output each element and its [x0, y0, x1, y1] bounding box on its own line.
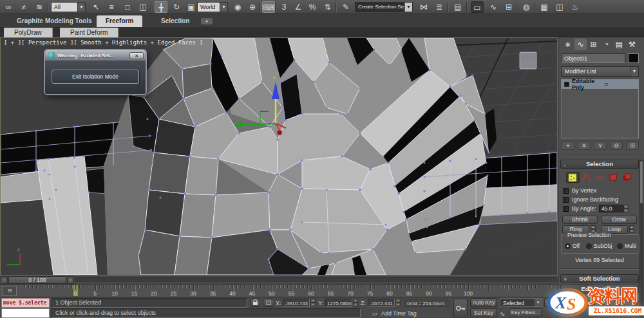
tab-create-icon[interactable]: ∗ [562, 39, 574, 50]
by-angle-checkbox[interactable] [563, 206, 569, 212]
maxscript-mini-listener[interactable]: move $.selecte [1, 298, 50, 308]
perspective-viewport[interactable]: zz [ + ][ Perspective ][ Smooth + Highli… [0, 37, 558, 276]
set-keys-button[interactable] [453, 299, 468, 317]
object-color-swatch[interactable] [628, 53, 639, 63]
by-angle-row[interactable]: By Angle: ▴▾ [563, 205, 629, 212]
make-unique-icon[interactable]: ⋎ [594, 141, 607, 150]
pin-stack-icon[interactable]: ⌖ [562, 141, 574, 150]
reference-coordinate-system-dropdown[interactable]: World▼ [197, 2, 228, 12]
preview-off-radio[interactable]: Off [565, 243, 580, 249]
chevron-down-icon[interactable]: ▼ [630, 67, 638, 76]
time-slider-thumb[interactable]: 0 / 100 [8, 276, 66, 284]
select-and-rotate-icon[interactable]: ↻ [170, 1, 183, 13]
dialog-titlebar[interactable]: Warning: Isolated Sel... × [45, 50, 146, 61]
key-filters-button[interactable]: Key Filters... [509, 308, 542, 317]
unlink-selection-icon[interactable]: ≠ [17, 1, 30, 13]
viewport-label[interactable]: [ + ][ Perspective ][ Smooth + Highlight… [4, 39, 203, 46]
tab-utilities-icon[interactable]: ⚒ [626, 39, 638, 50]
absolute-offset-toggle-icon[interactable]: ⊡ [263, 299, 274, 307]
ignore-backfacing-checkbox[interactable] [563, 197, 569, 203]
shrink-button[interactable]: Shrink [562, 216, 598, 224]
tab-display-icon[interactable]: ▤ [613, 39, 625, 50]
edit-named-selection-sets-icon[interactable]: ✎ [339, 1, 352, 13]
use-pivot-point-icon[interactable]: ◉ [231, 1, 244, 13]
by-vertex-checkbox[interactable] [563, 188, 569, 194]
select-object-icon[interactable]: ↖ [90, 1, 102, 13]
maxscript-mini-listener-line2[interactable] [1, 308, 50, 318]
spinner-snap-icon[interactable]: ⇅ [321, 1, 334, 13]
mirror-icon[interactable]: ⋈ [417, 1, 430, 13]
loop-spinner[interactable]: ▴▾ [629, 225, 634, 234]
percent-snap-icon[interactable]: % [306, 1, 319, 13]
tab-modify-icon[interactable]: ∿ [574, 39, 587, 50]
next-frame-button[interactable]: › [67, 276, 74, 284]
ribbon-subtab-paint-deform[interactable]: Paint Deform [60, 28, 118, 37]
rollout-selection[interactable]: - Selection [560, 160, 639, 169]
snaps-toggle-icon[interactable]: 3 [278, 1, 290, 13]
render-setup-icon[interactable]: ▦ [538, 1, 551, 13]
z-spinner[interactable]: ▴▾ [395, 299, 401, 307]
render-production-icon[interactable]: ♨ [569, 1, 582, 13]
rollout-soft-selection[interactable]: +Soft Selection [560, 274, 639, 283]
select-by-name-icon[interactable]: ≡ [105, 1, 118, 13]
grow-button[interactable]: Grow [601, 216, 637, 224]
subobject-element-icon[interactable] [620, 172, 634, 183]
rectangular-selection-region-icon[interactable]: □ [121, 1, 134, 13]
angle-value-field[interactable] [599, 205, 623, 212]
window-crossing-icon[interactable]: ◫ [137, 1, 149, 13]
named-selection-sets-dropdown[interactable]: Create Selection Se▼ [355, 2, 413, 12]
by-vertex-row[interactable]: By Vertex [563, 187, 597, 194]
ribbon-toggle-icon[interactable]: ▭ [471, 1, 484, 13]
previous-frame-button[interactable]: ‹ [1, 276, 8, 284]
mini-curve-editor-icon[interactable]: ⊟ [3, 286, 17, 295]
remove-modifier-icon[interactable]: ⊘ [610, 141, 623, 150]
modifier-stack[interactable]: Editable Poly ⁙ [561, 79, 639, 138]
subobject-border-icon[interactable] [593, 172, 607, 183]
align-icon[interactable]: ≣ [433, 1, 446, 13]
exit-isolation-mode-button[interactable]: Exit Isolation Mode [52, 70, 139, 84]
material-editor-icon[interactable]: ◍ [520, 1, 533, 13]
subobject-edge-icon[interactable] [580, 172, 593, 183]
y-coordinate-field[interactable]: 1275.086m [325, 299, 352, 307]
key-filter-selection-dropdown[interactable]: Selected ▼ [500, 298, 542, 307]
select-and-scale-icon[interactable]: ▣ [185, 1, 198, 13]
x-coordinate-field[interactable]: -3910.743 [283, 299, 310, 307]
ribbon-tab-freeform[interactable]: Freeform [97, 15, 142, 27]
select-and-move-icon[interactable]: ╋ [155, 1, 167, 13]
stack-expand-icon[interactable]: ⁙ [604, 81, 639, 88]
default-tangent-icon[interactable]: ∿ [500, 310, 505, 317]
chevron-down-icon[interactable]: ▼ [77, 3, 85, 12]
object-name-field[interactable] [561, 53, 625, 63]
z-coordinate-field[interactable]: -1672.441 [368, 299, 395, 307]
ignore-backfacing-row[interactable]: Ignore Backfacing [563, 196, 618, 203]
preview-subobj-radio[interactable]: SubObj [586, 243, 612, 249]
ribbon-tab-selection[interactable]: Selection [152, 15, 198, 27]
select-and-link-icon[interactable]: ∞ [2, 1, 15, 13]
auto-key-button[interactable]: Auto Key [470, 298, 497, 307]
selection-filter-dropdown[interactable]: All▼ [51, 2, 86, 12]
show-end-result-icon[interactable]: ≡ [578, 141, 591, 150]
modifier-list-dropdown[interactable]: Modifier List ▼ [561, 66, 639, 77]
preview-multi-radio[interactable]: Multi [617, 243, 636, 249]
close-icon[interactable]: × [129, 52, 144, 59]
schematic-view-icon[interactable]: ⊞ [502, 1, 515, 13]
time-slider-track[interactable] [75, 277, 556, 283]
tab-hierarchy-icon[interactable]: ⊞ [587, 39, 600, 50]
stack-bulb-icon[interactable] [564, 82, 569, 87]
chevron-down-icon[interactable]: ▼ [220, 3, 227, 12]
layer-manager-icon[interactable]: ▤ [451, 1, 464, 13]
y-spinner[interactable]: ▴▾ [353, 299, 358, 307]
tab-motion-icon[interactable]: ◔ [600, 39, 612, 50]
configure-modifier-sets-icon[interactable]: ⊞ [626, 141, 639, 150]
track-bar[interactable]: ⊟ 05101520253035404550556065707580859095… [0, 285, 558, 297]
angle-snap-icon[interactable]: ∠ [292, 1, 305, 13]
ribbon-subtab-polydraw[interactable]: PolyDraw [4, 28, 53, 37]
chevron-down-icon[interactable]: ▼ [404, 3, 412, 12]
bind-to-space-warp-icon[interactable]: ≋ [33, 1, 46, 13]
set-key-button[interactable]: Set Key [470, 308, 497, 317]
angle-spinner[interactable]: ▴▾ [623, 205, 629, 213]
stack-item-editable-poly[interactable]: Editable Poly ⁙ [562, 80, 638, 89]
ribbon-collapse-icon[interactable]: ▾ [201, 18, 213, 24]
keyboard-shortcut-override-icon[interactable]: ⌨ [262, 1, 275, 13]
x-spinner[interactable]: ▴▾ [310, 299, 316, 307]
